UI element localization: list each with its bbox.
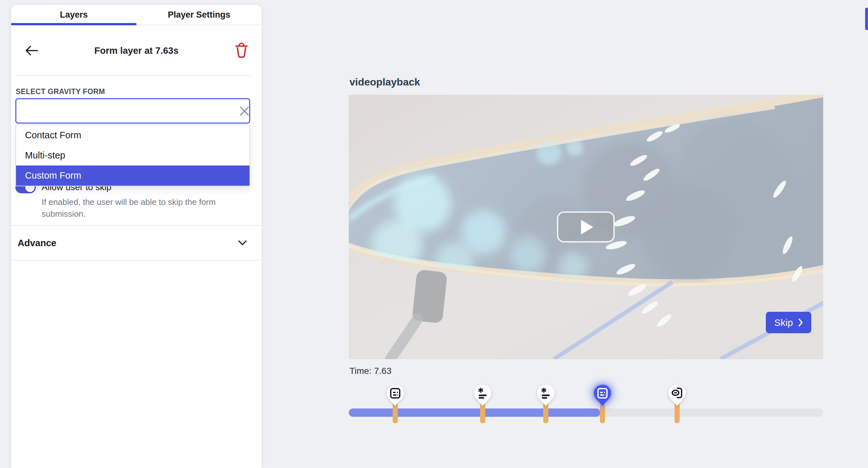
play-icon [581, 220, 593, 234]
trash-icon [235, 42, 248, 59]
marker-pin[interactable] [472, 383, 493, 408]
form-icon [385, 383, 405, 408]
skip-button[interactable]: Skip [766, 312, 811, 333]
play-button[interactable] [557, 211, 615, 243]
dropdown-option[interactable]: Custom Form [16, 166, 249, 186]
advance-section-header[interactable]: Advance [11, 226, 262, 260]
skip-label: Skip [774, 317, 793, 328]
header-divider [16, 75, 251, 76]
clear-selection-button[interactable] [239, 106, 249, 116]
text-field-icon [535, 383, 556, 408]
marker-pin-active[interactable] [592, 383, 613, 408]
marker-pin[interactable] [535, 383, 556, 408]
tab-player-settings[interactable]: Player Settings [136, 5, 262, 25]
gravity-form-input[interactable] [16, 98, 250, 124]
video-player[interactable]: Skip [349, 95, 823, 359]
active-tab-underline [11, 23, 136, 25]
delete-layer-button[interactable] [235, 42, 248, 59]
layers-panel: Layers Player Settings Form layer at 7.6… [11, 5, 262, 468]
form-icon [592, 383, 613, 408]
scrollbar-thumb[interactable] [865, 8, 868, 30]
allow-skip-description: If enabled, the user will be able to ski… [42, 196, 218, 220]
text-field-icon [472, 383, 493, 408]
layer-title: Form layer at 7.63s [11, 45, 262, 56]
x-icon [239, 106, 249, 116]
timeline-track[interactable] [349, 408, 823, 417]
chevron-down-icon [238, 240, 247, 246]
timeline [349, 381, 823, 432]
timeline-progress [349, 408, 600, 417]
gravity-form-dropdown: Contact FormMulti-stepCustom Form [16, 125, 250, 186]
gravity-form-label: SELECT GRAVITY FORM [16, 88, 105, 96]
panel-tabbar: Layers Player Settings [11, 5, 262, 25]
video-title: videoplayback [349, 76, 420, 88]
section-divider-bottom [11, 260, 262, 261]
advance-label: Advance [18, 237, 56, 248]
time-label: Time: 7.63 [349, 366, 392, 376]
layer-editor-header: Form layer at 7.63s [11, 25, 262, 76]
dropdown-option[interactable]: Multi-step [16, 145, 249, 166]
exit-icon [667, 383, 687, 408]
marker-pin[interactable] [385, 383, 405, 408]
app-root: { "colors": { "accent_blue": "#3c49e0", … [0, 0, 868, 468]
chevron-right-icon [798, 318, 803, 327]
dropdown-option[interactable]: Contact Form [16, 125, 249, 145]
marker-pin[interactable] [667, 383, 687, 408]
tab-layers[interactable]: Layers [11, 5, 136, 25]
